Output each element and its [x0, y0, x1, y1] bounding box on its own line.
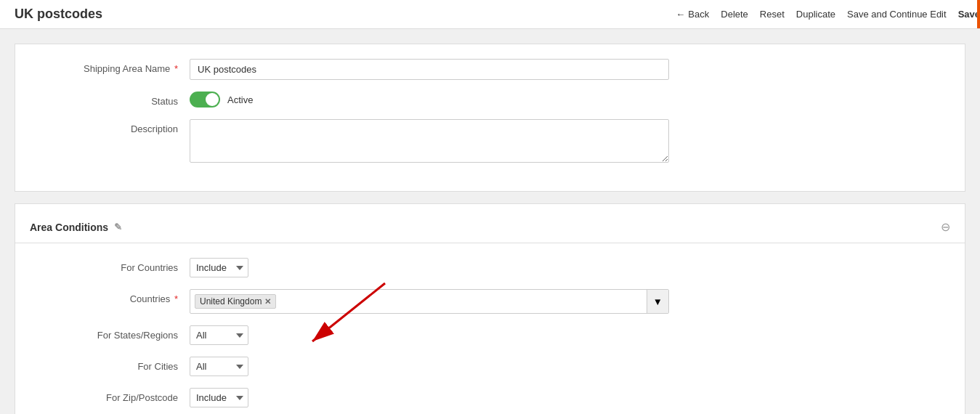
section-title-wrap: Area Conditions ✎ [30, 222, 122, 233]
countries-label: Countries * [30, 289, 190, 304]
toggle-wrap: Active [190, 92, 669, 107]
dropdown-chevron-icon: ▼ [653, 296, 663, 307]
area-fields: For Countries Include Exclude Countries … [15, 243, 965, 414]
for-countries-select[interactable]: Include Exclude [190, 258, 248, 277]
for-countries-wrap: Include Exclude [190, 258, 669, 277]
page-header: UK postcodes ← Back Delete Reset Duplica… [0, 0, 980, 29]
for-cities-row: For Cities All Include Exclude [15, 357, 965, 376]
status-label: Status [30, 92, 190, 107]
status-toggle[interactable] [190, 92, 220, 107]
basic-fields: Shipping Area Name * Status [15, 44, 965, 191]
description-input[interactable] [190, 119, 669, 163]
delete-button[interactable]: Delete [721, 9, 748, 20]
for-zip-label: For Zip/Postcode [30, 388, 190, 403]
countries-tag-inner: United Kingdom ✕ [190, 290, 647, 313]
shipping-area-name-label: Shipping Area Name * [30, 59, 190, 74]
uk-tag-close[interactable]: ✕ [264, 297, 271, 307]
edit-icon[interactable]: ✎ [114, 222, 122, 232]
status-row: Status Active [15, 92, 965, 107]
collapse-icon[interactable]: ⊖ [941, 220, 950, 234]
area-conditions-header: Area Conditions ✎ ⊖ [15, 211, 965, 243]
for-cities-select[interactable]: All Include Exclude [190, 357, 248, 376]
page-title: UK postcodes [15, 7, 102, 22]
back-button[interactable]: ← Back [676, 9, 709, 20]
for-countries-label: For Countries [30, 258, 190, 273]
required-star: * [174, 63, 178, 74]
for-zip-row: For Zip/Postcode Include Exclude [15, 388, 965, 407]
countries-row: Countries * United Kingdom ✕ [15, 289, 965, 314]
uk-tag: United Kingdom ✕ [195, 294, 276, 309]
save-button[interactable]: Save [958, 0, 980, 29]
toggle-slider [190, 92, 220, 107]
description-wrap [190, 119, 669, 165]
for-zip-select[interactable]: Include Exclude [190, 388, 248, 407]
back-arrow-icon: ← [676, 9, 685, 20]
reset-button[interactable]: Reset [760, 9, 785, 20]
area-conditions-card: Area Conditions ✎ ⊖ For Countries Includ… [15, 203, 965, 414]
shipping-area-name-row: Shipping Area Name * [15, 59, 965, 80]
status-active-label: Active [227, 94, 253, 105]
description-label: Description [30, 119, 190, 134]
content-area: Shipping Area Name * Status [0, 29, 980, 414]
area-conditions-title: Area Conditions [30, 222, 108, 233]
for-zip-wrap: Include Exclude [190, 388, 669, 407]
for-states-select[interactable]: All Include Exclude [190, 325, 248, 345]
for-cities-label: For Cities [30, 357, 190, 372]
required-star-countries: * [174, 293, 178, 304]
basic-info-card: Shipping Area Name * Status [15, 44, 965, 192]
description-row: Description [15, 119, 965, 165]
for-states-label: For States/Regions [30, 325, 190, 341]
countries-tag-container: United Kingdom ✕ ▼ [190, 289, 669, 314]
for-states-row: For States/Regions All Include Exclude [15, 325, 965, 345]
header-actions: ← Back Delete Reset Duplicate Save and C… [676, 0, 965, 29]
for-countries-row: For Countries Include Exclude [15, 258, 965, 277]
save-continue-button[interactable]: Save and Continue Edit [847, 9, 947, 20]
countries-dropdown-arrow[interactable]: ▼ [647, 290, 668, 313]
countries-wrap: United Kingdom ✕ ▼ [190, 289, 669, 314]
for-cities-wrap: All Include Exclude [190, 357, 669, 376]
shipping-area-name-input[interactable] [190, 59, 669, 80]
shipping-area-name-wrap [190, 59, 669, 80]
status-wrap: Active [190, 92, 669, 107]
for-states-wrap: All Include Exclude [190, 325, 669, 345]
duplicate-button[interactable]: Duplicate [796, 9, 835, 20]
uk-tag-label: United Kingdom [200, 296, 262, 307]
